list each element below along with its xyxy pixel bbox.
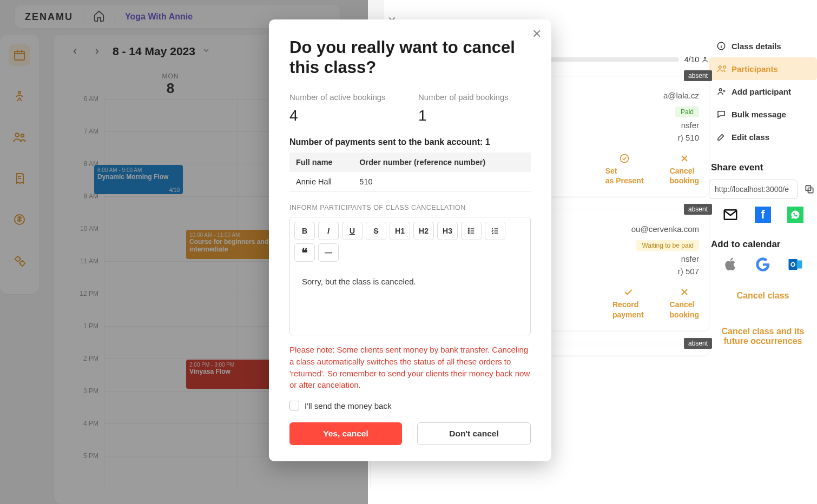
nav-add-participant[interactable]: Add participant: [709, 80, 817, 103]
person-icon: [701, 56, 709, 63]
svg-point-18: [792, 263, 794, 266]
table-row: Annie Hall 510: [289, 172, 531, 192]
refund-label: I'll send the money back: [305, 401, 391, 410]
add-person-icon: [716, 87, 726, 96]
refund-checkbox[interactable]: [289, 401, 299, 410]
outlook-calendar-icon[interactable]: [787, 256, 803, 275]
nav-class-details[interactable]: Class details: [709, 35, 817, 57]
action-cancel-booking[interactable]: Cancelbooking: [670, 287, 699, 319]
editor-toolbar: B I U S H1 H2 H3 ❝ —: [290, 217, 530, 266]
copy-icon[interactable]: [802, 182, 817, 197]
active-bookings-label: Number of active bookings: [289, 92, 402, 102]
whatsapp-share-icon[interactable]: [787, 207, 803, 223]
svg-rect-16: [797, 261, 802, 269]
svg-point-19: [468, 228, 469, 229]
svg-point-7: [704, 57, 706, 59]
yes-cancel-button[interactable]: Yes, cancel: [289, 422, 402, 445]
svg-point-8: [621, 155, 629, 163]
close-icon[interactable]: ✕: [532, 27, 542, 41]
status-badge: Waiting to be paid: [636, 240, 699, 251]
h2-button[interactable]: H2: [413, 222, 434, 240]
absent-badge: absent: [684, 70, 712, 81]
cancel-class-modal: ✕ Do you really want to cancel this clas…: [269, 19, 551, 461]
paid-bookings-label: Number of paid bookings: [418, 92, 531, 102]
people-icon: [716, 64, 726, 74]
message-editor: B I U S H1 H2 H3 ❝ — Sorry, but the clas…: [289, 217, 531, 335]
google-calendar-icon[interactable]: [755, 256, 771, 275]
chat-icon: [716, 109, 726, 119]
modal-title: Do you really want to cancel this class?: [289, 38, 531, 77]
absent-badge: absent: [684, 338, 712, 349]
info-icon: [716, 41, 726, 51]
quote-button[interactable]: ❝: [294, 243, 315, 262]
paid-bookings-value: 1: [418, 107, 531, 124]
absent-badge: absent: [684, 204, 712, 215]
share-url-input[interactable]: http://localhost:3000/e: [709, 180, 798, 199]
action-cancel-booking[interactable]: Cancelbooking: [670, 153, 699, 185]
payments-table: Full name Order number (reference number…: [289, 152, 531, 192]
cancel-class-future-link[interactable]: Cancel class and its future occurrences: [709, 327, 817, 346]
action-set-present[interactable]: Setas Present: [605, 153, 644, 185]
editor-textarea[interactable]: Sorry, but the class is canceled.: [290, 266, 530, 335]
strike-button[interactable]: S: [366, 222, 386, 240]
inform-label: INFORM PARTICIPANTS OF CLASS CANCELLATIO…: [289, 204, 531, 211]
ol-button[interactable]: [485, 222, 505, 240]
email-share-icon[interactable]: [722, 207, 739, 225]
h3-button[interactable]: H3: [437, 222, 458, 240]
right-nav: Class details Participants Add participa…: [709, 5, 817, 499]
nav-edit-class[interactable]: Edit class: [709, 125, 817, 148]
active-bookings-value: 4: [289, 107, 402, 124]
status-badge: Paid: [675, 107, 699, 117]
dont-cancel-button[interactable]: Don't cancel: [417, 422, 531, 445]
svg-point-11: [719, 89, 722, 91]
hr-button[interactable]: —: [318, 243, 339, 262]
edit-icon: [716, 132, 726, 142]
cancel-class-link[interactable]: Cancel class: [709, 291, 817, 301]
action-record-payment[interactable]: Recordpayment: [612, 287, 644, 319]
table-header: Full name: [289, 152, 353, 172]
italic-button[interactable]: I: [318, 222, 339, 240]
table-header: Order number (reference number): [353, 152, 531, 172]
share-heading: Share event: [711, 162, 817, 173]
nav-participants[interactable]: Participants: [709, 57, 817, 80]
warning-text: Please note: Some clients sent money by …: [289, 344, 531, 391]
add-calendar-heading: Add to calendar: [711, 239, 817, 250]
ul-button[interactable]: [461, 222, 482, 240]
payments-heading: Number of payments sent to the bank acco…: [289, 137, 531, 147]
svg-point-21: [468, 233, 469, 234]
svg-point-20: [468, 230, 469, 231]
h1-button[interactable]: H1: [390, 222, 410, 240]
facebook-share-icon[interactable]: f: [755, 207, 771, 223]
apple-calendar-icon[interactable]: [722, 256, 739, 275]
underline-button[interactable]: U: [342, 222, 363, 240]
svg-point-10: [719, 66, 722, 69]
capacity-label: 4/10: [684, 55, 709, 64]
nav-bulk-message[interactable]: Bulk message: [709, 103, 817, 125]
bold-button[interactable]: B: [294, 222, 315, 240]
